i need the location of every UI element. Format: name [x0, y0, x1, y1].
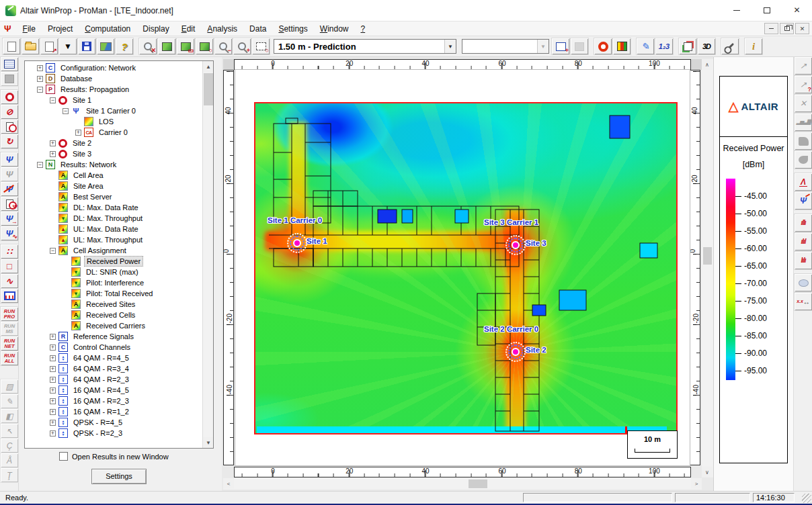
bars-cells-button[interactable]: ıIıl	[795, 233, 812, 250]
curve-plot-button[interactable]: Λ	[795, 173, 812, 191]
tree-item[interactable]: +Site 2	[25, 138, 202, 148]
tree-item[interactable]: AReceived Cells	[25, 310, 202, 320]
image-viewer-button[interactable]	[97, 38, 114, 54]
tree-item[interactable]: +▲ ▼64 QAM - R=3_4	[25, 363, 202, 374]
chevron-down-icon[interactable]: ▼	[444, 40, 456, 53]
tree-item[interactable]: +CACarrier 0	[25, 127, 202, 138]
scroll-thumb[interactable]	[703, 247, 712, 265]
tree-item[interactable]: +▲ ▼16 QAM - R=4_5	[25, 385, 202, 396]
copy-pages-button[interactable]	[679, 38, 696, 54]
site-marker[interactable]	[505, 342, 526, 362]
tree-item[interactable]: ▲UL: Max. Throughput	[25, 234, 202, 245]
new-window-button[interactable]: +	[552, 38, 569, 54]
tree-item[interactable]: ▼DL: SNIR (max)	[25, 267, 202, 277]
tree-item-label[interactable]: Site 1	[71, 95, 93, 105]
measure-button[interactable]: x.x↔	[795, 293, 812, 310]
scroll-thumb[interactable]	[204, 73, 213, 105]
mdi-close-button[interactable]: ✕	[795, 23, 809, 34]
area-rect-button[interactable]: □	[1, 259, 18, 273]
chart-window-button[interactable]	[1, 289, 18, 303]
expand-icon[interactable]: +	[50, 387, 56, 394]
menu-item-?[interactable]: ?	[354, 23, 371, 35]
zoom-select-button[interactable]: ○	[252, 38, 270, 54]
tree-item-label[interactable]: 16 QAM - R=4_5	[71, 385, 131, 395]
tree-item-label[interactable]: LOS	[97, 117, 116, 126]
new-document-button[interactable]	[3, 38, 20, 54]
tree-item-label[interactable]: Best Server	[71, 192, 114, 201]
close-button[interactable]: ✕	[782, 0, 812, 21]
tree-item-label[interactable]: Pilot: Total Received	[84, 289, 155, 298]
tree-item[interactable]: +DDatabase	[25, 73, 202, 84]
tree-item-label[interactable]: DL: Max. Throughput	[71, 214, 145, 223]
layer-combo[interactable]: ▼	[462, 39, 549, 54]
site-rotate-button[interactable]: ↻	[1, 134, 18, 148]
expand-icon[interactable]: +	[50, 420, 56, 426]
menu-item-settings[interactable]: Settings	[272, 23, 313, 35]
collapse-icon[interactable]: −	[50, 248, 56, 254]
help-button[interactable]: ?	[116, 38, 133, 54]
menu-item-edit[interactable]: Edit	[175, 23, 202, 35]
tree-item-label[interactable]: QPSK - R=2_3	[71, 428, 124, 438]
expand-icon[interactable]: +	[50, 430, 56, 437]
scroll-down-icon[interactable]: ∨	[702, 467, 713, 477]
tree-item[interactable]: AReceived Carriers	[25, 320, 202, 331]
tree-item-label[interactable]: UL: Max. Throughput	[71, 235, 145, 244]
view-3d-button[interactable]: 3D	[698, 38, 715, 54]
tree-item-label[interactable]: 16 QAM - R=1_2	[71, 407, 131, 416]
antenna-document-button[interactable]: Ψ	[1, 197, 18, 211]
collapse-icon[interactable]: −	[50, 97, 56, 103]
expand-icon[interactable]: +	[50, 355, 56, 361]
show-values-button[interactable]: 1₂3	[655, 38, 673, 54]
open-file-button[interactable]	[22, 38, 39, 54]
tree-item[interactable]: LOS	[25, 116, 202, 127]
menu-item-computation[interactable]: Computation	[79, 23, 136, 35]
scroll-up-icon[interactable]: ∧	[702, 59, 713, 70]
tree-item[interactable]: +CConfiguration: Network	[25, 62, 202, 73]
expand-icon[interactable]: +	[50, 377, 56, 383]
tree-item[interactable]: −ΨSite 1 Carrier 0	[25, 105, 202, 116]
run-propagation-button[interactable]: RUN PRO	[1, 307, 18, 321]
vertical-scrollbar[interactable]: ∧ ∨	[702, 59, 713, 477]
expand-icon[interactable]: +	[50, 151, 56, 157]
site-disable-button[interactable]: ⊘	[1, 105, 18, 119]
result-table-button[interactable]	[1, 57, 18, 71]
export-image-button[interactable]: ↗	[40, 38, 58, 54]
tree-item[interactable]: ACell Area	[25, 170, 202, 181]
tree-item-label[interactable]: Received Carriers	[84, 321, 147, 330]
tree-item[interactable]: +▲ ▼16 QAM - R=2_3	[25, 396, 202, 406]
antenna-pattern-button[interactable]: Ψ	[795, 192, 812, 210]
zoom-full-button[interactable]	[158, 38, 175, 54]
menu-item-data[interactable]: Data	[243, 23, 272, 35]
tree-item[interactable]: +▲ ▼QPSK - R=2_3	[25, 428, 202, 439]
tree-item-label[interactable]: UL: Max. Data Rate	[71, 224, 140, 234]
tree-item[interactable]: ▼DL: Max. Data Rate	[25, 202, 202, 213]
chevron-down-icon[interactable]: ▼	[537, 40, 549, 53]
prediction-map[interactable]: Site 1 Carrier 0Site 1Site 3 Carrier 1Si…	[254, 102, 678, 434]
tree-item[interactable]: ▼Pilot: Total Received	[25, 288, 202, 299]
tree-item[interactable]: −NResults: Network	[25, 159, 202, 170]
settings-button[interactable]: Settings	[91, 469, 147, 484]
mdi-minimize-button[interactable]	[764, 23, 778, 34]
expand-icon[interactable]: +	[50, 366, 56, 372]
site-marker[interactable]	[505, 235, 526, 255]
tree-item[interactable]: +Site 3	[25, 148, 202, 159]
area-points-button[interactable]: ∷	[1, 244, 18, 259]
bars-sites-button[interactable]: ılIı	[795, 214, 812, 232]
scroll-down-icon[interactable]: ▼	[203, 437, 214, 448]
run-all-button[interactable]: RUN ALL	[1, 351, 18, 365]
scroll-right-icon[interactable]: >	[691, 478, 702, 489]
zoom-off-button[interactable]: ✕	[139, 38, 157, 54]
tree-item[interactable]: +RReference Signals	[25, 331, 202, 342]
tree-item-label[interactable]: Received Sites	[84, 300, 137, 309]
area-polyline-button[interactable]: ∿	[1, 274, 18, 288]
tree-item-label[interactable]: DL: Max. Data Rate	[71, 203, 140, 212]
antenna-wave-button[interactable]: Ψ∿	[1, 226, 18, 240]
tree-item[interactable]: −PResults: Propagation	[25, 84, 202, 95]
expand-icon[interactable]: +	[50, 409, 56, 415]
tree-item-label[interactable]: Results: Network	[58, 160, 118, 169]
tree-item-label[interactable]: Cell Area	[71, 171, 106, 180]
bars-carriers-button[interactable]: Iılı	[795, 252, 812, 269]
tree-item[interactable]: ABest Server	[25, 191, 202, 202]
tree-item[interactable]: +▲ ▼QPSK - R=4_5	[25, 417, 202, 428]
tree-item-label[interactable]: Received Cells	[84, 310, 137, 320]
